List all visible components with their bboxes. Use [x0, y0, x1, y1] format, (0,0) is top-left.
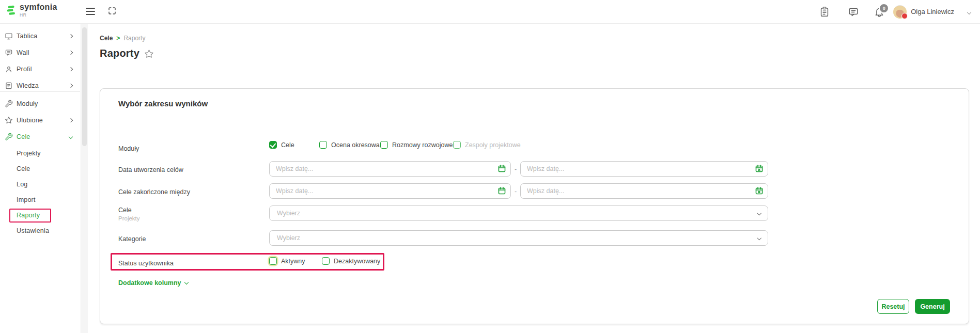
main-content: Cele > Raporty Raporty Wybór zakresu wyn…	[88, 23, 980, 333]
sidebar-divider	[0, 91, 80, 92]
chevron-right-icon	[69, 51, 73, 55]
date-created-to-input[interactable]	[520, 161, 768, 177]
sidebar-item-tablica[interactable]: Tablica	[0, 29, 81, 43]
chevron-right-icon	[69, 34, 73, 38]
checkbox-ocena-okresowa[interactable]: Ocena okresowa	[319, 141, 380, 149]
chevron-down-icon	[757, 211, 761, 215]
calendar-icon[interactable]	[497, 186, 506, 195]
goals-select[interactable]: Wybierz	[269, 205, 768, 221]
board-icon	[5, 32, 13, 40]
wall-icon	[5, 49, 13, 57]
date-finished-to-input[interactable]	[520, 183, 768, 199]
user-menu-chevron-down-icon[interactable]	[967, 10, 971, 14]
chevron-down-icon	[69, 135, 73, 139]
breadcrumb-cele[interactable]: Cele	[100, 35, 113, 42]
checkbox-rozmowy-rozwojowe[interactable]: Rozmowy rozwojowe	[380, 141, 453, 149]
date-finished-from-input[interactable]	[269, 183, 511, 199]
topbar-actions: 0 Olga Liniewicz	[819, 0, 971, 23]
knowledge-icon	[5, 82, 13, 90]
panel-title: Wybór zakresu wyników	[118, 99, 208, 108]
status-dot	[901, 13, 908, 19]
moduly-label: Moduły	[118, 145, 139, 152]
profile-icon	[5, 65, 13, 73]
chevron-right-icon	[69, 67, 73, 71]
status-label: Status użytkownika	[118, 260, 174, 267]
filter-panel: Wybór zakresu wyników Moduły Cele Ocena …	[100, 88, 969, 324]
chevron-down-icon	[184, 280, 188, 284]
favorites-star-icon	[5, 116, 13, 124]
checkbox-zespoly-projektowe[interactable]: Zespoły projektowe	[453, 141, 521, 149]
checkbox-icon[interactable]	[453, 141, 461, 149]
cele-zakonczone-label: Cele zakończone między	[118, 188, 190, 196]
additional-columns-toggle[interactable]: Dodatkowe kolumny	[118, 279, 188, 287]
sidebar-subitem-projekty[interactable]: Projekty	[0, 147, 81, 160]
sidebar-item-profil[interactable]: Profil	[0, 62, 81, 76]
reset-button[interactable]: Resetuj	[877, 299, 909, 314]
cele-projekty-label: Cele Projekty	[118, 207, 140, 221]
menu-toggle-icon[interactable]	[86, 7, 95, 16]
sidebar-subitem-cele[interactable]: Cele	[0, 163, 81, 175]
brand-sub: HR	[20, 13, 57, 18]
breadcrumb-raporty: Raporty	[123, 35, 145, 42]
sidebar-subitem-ustawienia[interactable]: Ustawienia	[0, 225, 81, 237]
sidebar: Tablica Wall Profil Wiedza Moduły	[0, 23, 81, 333]
chevron-right-icon	[69, 118, 73, 122]
page-title: Raporty	[100, 47, 139, 59]
range-separator: -	[515, 188, 517, 195]
avatar[interactable]	[893, 5, 907, 19]
checkbox-icon[interactable]	[269, 257, 277, 265]
chevron-right-icon	[69, 84, 73, 88]
checkbox-icon[interactable]	[322, 257, 330, 265]
scrollbar-track[interactable]	[81, 23, 88, 333]
sidebar-item-cele[interactable]: Cele	[0, 130, 81, 144]
scrollbar-thumb[interactable]	[82, 27, 87, 146]
breadcrumb: Cele > Raporty	[100, 35, 145, 42]
tasks-icon[interactable]	[819, 6, 830, 18]
breadcrumb-separator: >	[116, 35, 120, 42]
calendar-icon[interactable]	[497, 164, 506, 173]
checkbox-checked-icon[interactable]	[269, 141, 277, 149]
generate-button[interactable]: Generuj	[915, 299, 950, 314]
goals-icon	[5, 133, 13, 141]
notification-badge: 0	[879, 3, 889, 13]
favorite-star-icon[interactable]	[144, 49, 154, 59]
sidebar-subitem-log[interactable]: Log	[0, 178, 81, 191]
app-logo[interactable]: symfonia HR	[5, 3, 57, 18]
brand-name: symfonia	[20, 3, 57, 11]
top-bar: symfonia HR 0	[0, 0, 980, 24]
checkbox-aktywny[interactable]: Aktywny	[269, 257, 305, 265]
chevron-down-icon	[757, 236, 761, 240]
cele-projekty-sublabel: Projekty	[118, 215, 140, 221]
categories-select[interactable]: Wybierz	[269, 230, 768, 246]
data-utworzenia-label: Data utworzenia celów	[118, 166, 183, 173]
checkbox-cele[interactable]: Cele	[269, 141, 294, 149]
sidebar-subitem-raporty[interactable]: Raporty	[0, 209, 81, 221]
kategorie-label: Kategorie	[118, 235, 146, 243]
modules-icon	[5, 100, 13, 108]
checkbox-icon[interactable]	[319, 141, 327, 149]
notifications-icon[interactable]: 0	[874, 6, 885, 18]
sidebar-item-wiedza[interactable]: Wiedza	[0, 79, 81, 92]
calendar-x-icon[interactable]	[755, 164, 764, 173]
sidebar-subitem-import[interactable]: Import	[0, 194, 81, 206]
checkbox-icon[interactable]	[380, 141, 388, 149]
messages-icon[interactable]	[848, 6, 859, 18]
sidebar-item-ulubione[interactable]: Ulubione	[0, 114, 81, 127]
symfonia-logo-icon	[5, 4, 17, 17]
date-created-from-input[interactable]	[269, 161, 511, 177]
calendar-x-icon[interactable]	[755, 186, 764, 195]
fullscreen-icon[interactable]	[107, 6, 117, 15]
user-name[interactable]: Olga Liniewicz	[911, 8, 954, 15]
checkbox-dezaktywowany[interactable]: Dezaktywowany	[322, 257, 380, 265]
range-separator: -	[515, 166, 517, 173]
sidebar-item-wall[interactable]: Wall	[0, 46, 81, 59]
sidebar-item-moduly[interactable]: Moduły	[0, 97, 81, 110]
